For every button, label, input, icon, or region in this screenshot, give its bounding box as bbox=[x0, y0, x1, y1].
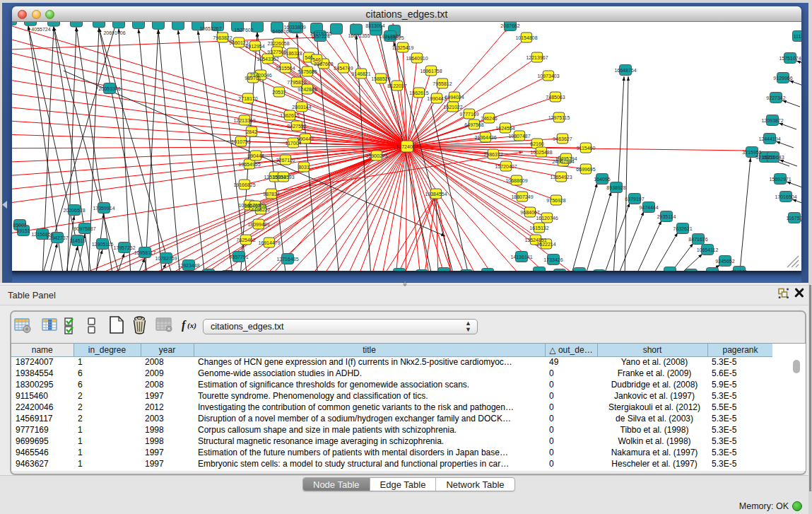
svg-text:9463627: 9463627 bbox=[553, 136, 572, 141]
svg-text:1621022: 1621022 bbox=[443, 105, 462, 110]
svg-text:15900273: 15900273 bbox=[365, 153, 387, 158]
svg-text:4055724: 4055724 bbox=[31, 27, 50, 32]
svg-text:924501: 924501 bbox=[731, 269, 747, 271]
svg-text:62160: 62160 bbox=[530, 141, 544, 146]
svg-text:8427552: 8427552 bbox=[287, 124, 306, 129]
svg-text:9857791: 9857791 bbox=[229, 255, 248, 259]
svg-text:6466160: 6466160 bbox=[272, 29, 291, 34]
svg-text:19654955: 19654955 bbox=[238, 162, 260, 167]
svg-text:2367608: 2367608 bbox=[314, 62, 333, 66]
svg-text:8031: 8031 bbox=[298, 165, 310, 170]
svg-text:1733426: 1733426 bbox=[543, 257, 563, 262]
svg-text:1624554: 1624554 bbox=[495, 126, 514, 131]
svg-text:10046708: 10046708 bbox=[244, 204, 266, 209]
svg-text:19166825: 19166825 bbox=[233, 182, 255, 187]
svg-text:15720407: 15720407 bbox=[495, 164, 517, 169]
svg-text:2522214: 2522214 bbox=[536, 242, 555, 247]
svg-text:1112: 1112 bbox=[794, 34, 801, 39]
svg-text:18640910: 18640910 bbox=[406, 56, 428, 61]
svg-text:2842: 2842 bbox=[246, 129, 257, 134]
svg-text:19384554: 19384554 bbox=[425, 192, 447, 197]
svg-text:1588520: 1588520 bbox=[371, 76, 390, 81]
svg-text:2803144: 2803144 bbox=[292, 105, 311, 110]
svg-text:1990443: 1990443 bbox=[427, 96, 446, 101]
svg-text:3215955: 3215955 bbox=[742, 150, 761, 155]
svg-text:17359914: 17359914 bbox=[93, 206, 114, 211]
svg-text:20053346: 20053346 bbox=[98, 86, 120, 91]
svg-text:990448: 990448 bbox=[247, 153, 264, 158]
svg-text:9115460: 9115460 bbox=[577, 146, 596, 151]
svg-text:18724007: 18724007 bbox=[396, 144, 418, 149]
svg-text:114519: 114519 bbox=[70, 238, 86, 243]
svg-text:11325419: 11325419 bbox=[392, 45, 414, 50]
svg-text:9684067: 9684067 bbox=[520, 210, 539, 215]
svg-text:7485063: 7485063 bbox=[546, 95, 565, 100]
svg-text:18099489: 18099489 bbox=[247, 222, 269, 227]
svg-text:10025488: 10025488 bbox=[530, 150, 552, 155]
svg-text:9227342: 9227342 bbox=[766, 95, 785, 100]
svg-text:10973403: 10973403 bbox=[537, 74, 559, 78]
svg-text:8186328: 8186328 bbox=[283, 51, 302, 56]
svg-text:10719155: 10719155 bbox=[310, 31, 331, 36]
svg-text:9146821: 9146821 bbox=[351, 71, 370, 76]
svg-text:8454749: 8454749 bbox=[334, 66, 353, 71]
svg-text:13654923: 13654923 bbox=[550, 175, 572, 180]
svg-text:2986372: 2986372 bbox=[483, 152, 502, 157]
svg-text:9245652: 9245652 bbox=[715, 259, 734, 264]
svg-text:16120746: 16120746 bbox=[536, 216, 558, 221]
svg-text:10782759: 10782759 bbox=[155, 256, 177, 261]
svg-text:14136141: 14136141 bbox=[510, 255, 532, 259]
svg-text:12923448: 12923448 bbox=[177, 263, 199, 268]
svg-text:16210643: 16210643 bbox=[762, 155, 784, 160]
svg-text:2087682: 2087682 bbox=[500, 23, 519, 28]
svg-text:20537: 20537 bbox=[272, 90, 286, 95]
svg-text:10654112: 10654112 bbox=[697, 247, 719, 252]
svg-text:117004: 117004 bbox=[286, 141, 302, 146]
svg-text:7963822: 7963822 bbox=[213, 35, 232, 40]
svg-text:7795812: 7795812 bbox=[287, 80, 306, 85]
svg-text:10154808: 10154808 bbox=[515, 35, 537, 40]
svg-text:90975887: 90975887 bbox=[73, 226, 95, 231]
svg-text:6379197: 6379197 bbox=[625, 197, 644, 201]
svg-text:987834: 987834 bbox=[263, 192, 279, 197]
svg-text:17016504: 17016504 bbox=[775, 194, 796, 199]
svg-text:16914479: 16914479 bbox=[258, 240, 280, 245]
svg-text:16961758: 16961758 bbox=[420, 69, 442, 74]
svg-text:12213967: 12213967 bbox=[526, 55, 548, 60]
svg-text:12923448: 12923448 bbox=[433, 271, 454, 271]
svg-text:990443: 990443 bbox=[297, 136, 313, 141]
svg-text:8471676: 8471676 bbox=[688, 237, 707, 242]
svg-text:8938928: 8938928 bbox=[606, 185, 625, 190]
svg-text:2718170: 2718170 bbox=[238, 96, 257, 101]
svg-text:85001: 85001 bbox=[13, 223, 27, 228]
svg-text:18807249: 18807249 bbox=[511, 194, 533, 199]
svg-text:3267110: 3267110 bbox=[276, 158, 295, 163]
svg-text:7515525: 7515525 bbox=[384, 35, 404, 40]
svg-text:2935114: 2935114 bbox=[657, 214, 676, 219]
svg-text:1615132: 1615132 bbox=[529, 226, 548, 230]
svg-text:5875685: 5875685 bbox=[298, 69, 317, 74]
svg-text:16648764: 16648764 bbox=[614, 68, 636, 73]
svg-text:8122037: 8122037 bbox=[387, 83, 406, 88]
svg-text:8813094: 8813094 bbox=[365, 23, 384, 28]
svg-text:989761: 989761 bbox=[245, 76, 261, 81]
svg-text:746246: 746246 bbox=[481, 116, 497, 121]
svg-text:6994024: 6994024 bbox=[445, 95, 464, 100]
svg-text:164095: 164095 bbox=[594, 177, 610, 182]
svg-text:15751074: 15751074 bbox=[779, 56, 801, 61]
svg-text:9242848: 9242848 bbox=[298, 87, 317, 92]
svg-text:19495794: 19495794 bbox=[555, 156, 577, 161]
svg-text:9315564: 9315564 bbox=[276, 66, 295, 71]
svg-text:10688609: 10688609 bbox=[505, 178, 527, 183]
svg-text:12975115: 12975115 bbox=[548, 115, 570, 120]
svg-text:10958117: 10958117 bbox=[134, 250, 156, 255]
svg-text:9756928: 9756928 bbox=[546, 198, 565, 203]
svg-text:1527602: 1527602 bbox=[234, 28, 253, 33]
svg-text:23226058: 23226058 bbox=[267, 41, 289, 46]
svg-text:12905115: 12905115 bbox=[92, 242, 114, 247]
svg-text:12093872: 12093872 bbox=[761, 118, 783, 123]
svg-text:1010753: 1010753 bbox=[231, 139, 250, 144]
svg-text:9129966: 9129966 bbox=[773, 76, 792, 81]
svg-text:1562615: 1562615 bbox=[409, 90, 428, 95]
svg-text:20691406: 20691406 bbox=[103, 30, 125, 35]
